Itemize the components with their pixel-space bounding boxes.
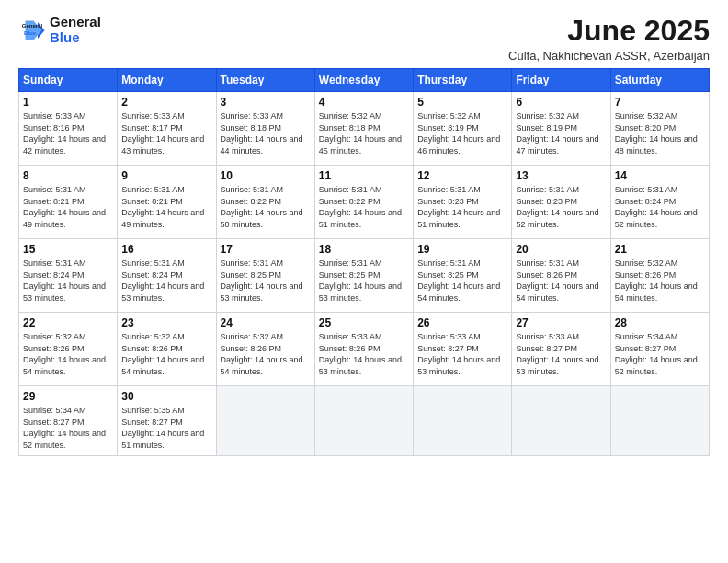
day-number: 17	[221, 243, 311, 256]
day-info: Sunrise: 5:32 AMSunset: 8:19 PMDaylight:…	[417, 110, 507, 156]
calendar-cell: 3Sunrise: 5:33 AMSunset: 8:18 PMDaylight…	[216, 92, 314, 166]
day-info: Sunrise: 5:31 AMSunset: 8:22 PMDaylight:…	[221, 184, 311, 230]
day-info: Sunrise: 5:31 AMSunset: 8:24 PMDaylight:…	[23, 258, 113, 304]
logo-line1: General	[50, 15, 101, 30]
calendar-cell: 8Sunrise: 5:31 AMSunset: 8:21 PMDaylight…	[19, 166, 118, 239]
week-row-1: 1Sunrise: 5:33 AMSunset: 8:16 PMDaylight…	[19, 92, 710, 166]
calendar-cell: 26Sunrise: 5:33 AMSunset: 8:27 PMDayligh…	[414, 313, 512, 386]
weekday-header-monday: Monday	[118, 69, 216, 92]
day-info: Sunrise: 5:33 AMSunset: 8:18 PMDaylight:…	[221, 110, 311, 156]
calendar-cell	[512, 386, 610, 455]
day-number: 23	[121, 316, 211, 329]
day-number: 25	[319, 316, 409, 329]
calendar-cell: 9Sunrise: 5:31 AMSunset: 8:21 PMDaylight…	[118, 166, 216, 239]
day-number: 14	[615, 169, 705, 182]
day-number: 3	[221, 96, 311, 109]
day-number: 16	[121, 243, 211, 256]
calendar-cell: 1Sunrise: 5:33 AMSunset: 8:16 PMDaylight…	[19, 92, 118, 166]
week-row-3: 15Sunrise: 5:31 AMSunset: 8:24 PMDayligh…	[19, 239, 710, 313]
calendar-cell: 24Sunrise: 5:32 AMSunset: 8:26 PMDayligh…	[216, 313, 314, 386]
day-info: Sunrise: 5:31 AMSunset: 8:26 PMDaylight:…	[516, 258, 606, 304]
calendar-cell: 4Sunrise: 5:32 AMSunset: 8:18 PMDaylight…	[314, 92, 413, 166]
day-number: 9	[121, 169, 211, 182]
day-number: 5	[417, 96, 507, 109]
day-info: Sunrise: 5:31 AMSunset: 8:23 PMDaylight:…	[417, 184, 507, 230]
week-row-2: 8Sunrise: 5:31 AMSunset: 8:21 PMDaylight…	[19, 166, 710, 239]
day-info: Sunrise: 5:33 AMSunset: 8:27 PMDaylight:…	[417, 331, 507, 377]
calendar-cell: 17Sunrise: 5:31 AMSunset: 8:25 PMDayligh…	[216, 239, 314, 313]
day-info: Sunrise: 5:33 AMSunset: 8:16 PMDaylight:…	[23, 110, 113, 156]
day-info: Sunrise: 5:34 AMSunset: 8:27 PMDaylight:…	[23, 405, 113, 451]
day-number: 24	[221, 316, 311, 329]
day-number: 20	[516, 243, 606, 256]
calendar-cell: 22Sunrise: 5:32 AMSunset: 8:26 PMDayligh…	[19, 313, 118, 386]
logo-text: General Blue	[50, 15, 101, 45]
day-number: 26	[417, 316, 507, 329]
day-number: 29	[23, 390, 113, 403]
page: General Blue General Blue June 2025 Culf…	[0, 0, 728, 563]
day-number: 6	[516, 96, 606, 109]
day-info: Sunrise: 5:31 AMSunset: 8:22 PMDaylight:…	[319, 184, 409, 230]
svg-text:Blue: Blue	[24, 29, 37, 35]
day-info: Sunrise: 5:31 AMSunset: 8:21 PMDaylight:…	[121, 184, 211, 230]
day-info: Sunrise: 5:32 AMSunset: 8:26 PMDaylight:…	[615, 258, 705, 304]
weekday-header-sunday: Sunday	[19, 69, 118, 92]
title-block: June 2025 Culfa, Nakhichevan ASSR, Azerb…	[508, 15, 710, 63]
calendar-cell: 23Sunrise: 5:32 AMSunset: 8:26 PMDayligh…	[118, 313, 216, 386]
calendar-cell: 15Sunrise: 5:31 AMSunset: 8:24 PMDayligh…	[19, 239, 118, 313]
day-info: Sunrise: 5:32 AMSunset: 8:26 PMDaylight:…	[23, 331, 113, 377]
day-number: 7	[615, 96, 705, 109]
calendar-cell: 25Sunrise: 5:33 AMSunset: 8:26 PMDayligh…	[314, 313, 413, 386]
day-number: 28	[615, 316, 705, 329]
calendar-cell: 12Sunrise: 5:31 AMSunset: 8:23 PMDayligh…	[414, 166, 512, 239]
svg-text:General: General	[22, 23, 43, 29]
day-number: 15	[23, 243, 113, 256]
calendar-cell: 5Sunrise: 5:32 AMSunset: 8:19 PMDaylight…	[414, 92, 512, 166]
day-number: 1	[23, 96, 113, 109]
calendar-cell: 20Sunrise: 5:31 AMSunset: 8:26 PMDayligh…	[512, 239, 610, 313]
day-info: Sunrise: 5:32 AMSunset: 8:19 PMDaylight:…	[516, 110, 606, 156]
day-number: 22	[23, 316, 113, 329]
calendar-cell: 7Sunrise: 5:32 AMSunset: 8:20 PMDaylight…	[610, 92, 709, 166]
calendar-cell: 14Sunrise: 5:31 AMSunset: 8:24 PMDayligh…	[610, 166, 709, 239]
calendar-cell: 29Sunrise: 5:34 AMSunset: 8:27 PMDayligh…	[19, 386, 118, 455]
day-info: Sunrise: 5:33 AMSunset: 8:26 PMDaylight:…	[319, 331, 409, 377]
calendar-cell: 21Sunrise: 5:32 AMSunset: 8:26 PMDayligh…	[610, 239, 709, 313]
day-info: Sunrise: 5:32 AMSunset: 8:26 PMDaylight:…	[221, 331, 311, 377]
calendar-cell: 30Sunrise: 5:35 AMSunset: 8:27 PMDayligh…	[118, 386, 216, 455]
weekday-header-tuesday: Tuesday	[216, 69, 314, 92]
calendar: SundayMondayTuesdayWednesdayThursdayFrid…	[18, 68, 710, 455]
calendar-cell	[414, 386, 512, 455]
week-row-4: 22Sunrise: 5:32 AMSunset: 8:26 PMDayligh…	[19, 313, 710, 386]
day-number: 30	[121, 390, 211, 403]
day-number: 2	[121, 96, 211, 109]
calendar-cell: 16Sunrise: 5:31 AMSunset: 8:24 PMDayligh…	[118, 239, 216, 313]
day-info: Sunrise: 5:35 AMSunset: 8:27 PMDaylight:…	[121, 405, 211, 451]
logo: General Blue General Blue	[18, 15, 101, 45]
header: General Blue General Blue June 2025 Culf…	[18, 15, 710, 63]
weekday-header-row: SundayMondayTuesdayWednesdayThursdayFrid…	[19, 69, 710, 92]
calendar-cell	[216, 386, 314, 455]
day-number: 27	[516, 316, 606, 329]
calendar-cell: 27Sunrise: 5:33 AMSunset: 8:27 PMDayligh…	[512, 313, 610, 386]
day-number: 8	[23, 169, 113, 182]
calendar-cell: 19Sunrise: 5:31 AMSunset: 8:25 PMDayligh…	[414, 239, 512, 313]
calendar-cell: 28Sunrise: 5:34 AMSunset: 8:27 PMDayligh…	[610, 313, 709, 386]
week-row-5: 29Sunrise: 5:34 AMSunset: 8:27 PMDayligh…	[19, 386, 710, 455]
day-info: Sunrise: 5:32 AMSunset: 8:26 PMDaylight:…	[121, 331, 211, 377]
month-title: June 2025	[508, 15, 710, 47]
day-number: 13	[516, 169, 606, 182]
calendar-cell	[314, 386, 413, 455]
calendar-cell: 10Sunrise: 5:31 AMSunset: 8:22 PMDayligh…	[216, 166, 314, 239]
calendar-cell: 18Sunrise: 5:31 AMSunset: 8:25 PMDayligh…	[314, 239, 413, 313]
calendar-cell: 2Sunrise: 5:33 AMSunset: 8:17 PMDaylight…	[118, 92, 216, 166]
weekday-header-saturday: Saturday	[610, 69, 709, 92]
day-info: Sunrise: 5:31 AMSunset: 8:24 PMDaylight:…	[121, 258, 211, 304]
day-number: 10	[221, 169, 311, 182]
calendar-cell: 11Sunrise: 5:31 AMSunset: 8:22 PMDayligh…	[314, 166, 413, 239]
calendar-cell: 6Sunrise: 5:32 AMSunset: 8:19 PMDaylight…	[512, 92, 610, 166]
day-info: Sunrise: 5:31 AMSunset: 8:23 PMDaylight:…	[516, 184, 606, 230]
weekday-header-wednesday: Wednesday	[314, 69, 413, 92]
day-number: 18	[319, 243, 409, 256]
day-info: Sunrise: 5:33 AMSunset: 8:17 PMDaylight:…	[121, 110, 211, 156]
